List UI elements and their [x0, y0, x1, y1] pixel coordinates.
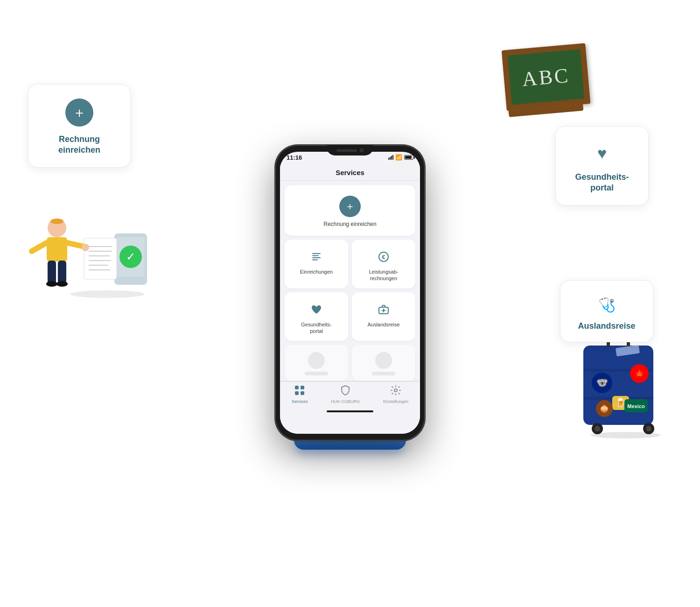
svg-rect-14: [47, 237, 67, 261]
svg-rect-56: [301, 391, 304, 395]
medkit-icon-large: 🩺: [595, 293, 618, 316]
app-header: Services: [280, 163, 420, 181]
svg-point-21: [56, 281, 68, 287]
home-bar: [327, 410, 373, 412]
svg-rect-46: [312, 257, 321, 258]
svg-rect-53: [295, 386, 299, 389]
svg-text:Mexico: Mexico: [627, 403, 645, 409]
svg-rect-45: [312, 255, 319, 256]
svg-text:€: €: [382, 254, 385, 261]
signal-icon: [388, 155, 393, 160]
auslandsreise-card[interactable]: Auslandsreise: [352, 292, 415, 341]
svg-text:🐨: 🐨: [596, 377, 608, 388]
svg-point-57: [394, 389, 397, 392]
svg-point-13: [50, 219, 63, 224]
left-card-title: Rechnung einreichen: [38, 134, 121, 156]
svg-line-15: [32, 243, 47, 251]
shield-icon: [341, 385, 350, 398]
svg-rect-18: [48, 261, 56, 284]
phone-notch: [327, 145, 373, 155]
rechnung-label: Rechnung einreichen: [323, 221, 376, 227]
svg-point-30: [595, 426, 600, 431]
status-icons: 📶: [388, 154, 413, 161]
services-row-2: Gesundheits-portal A: [285, 292, 415, 341]
nav-einstellungen-label: Einstellungen: [383, 399, 408, 404]
svg-line-16: [67, 243, 84, 247]
nav-huk[interactable]: HUK-COBURG: [331, 385, 360, 404]
gesundheitsportal-label: Gesundheits-portal: [301, 321, 331, 335]
grid-icon: [294, 385, 305, 398]
battery-icon: [404, 155, 413, 160]
chalk-abc-text: ABC: [521, 63, 571, 91]
plus-icon-large: ＋: [65, 99, 93, 127]
nav-services-label: Services: [292, 399, 308, 404]
phone-screen: 11:16 📶 Services: [280, 152, 420, 434]
status-time: 11:16: [287, 154, 302, 161]
rechnung-einreichen-card[interactable]: ＋ Rechnung einreichen: [285, 185, 415, 236]
gesundheitsportal-highlight-card: ♥ Gesundheits- portal: [555, 126, 649, 205]
svg-text:✓: ✓: [126, 250, 135, 263]
nav-services[interactable]: Services: [292, 385, 308, 404]
partial-card-2: [352, 345, 415, 381]
svg-rect-5: [84, 238, 117, 279]
heart-icon: [308, 301, 325, 318]
right-top-card-title: Gesundheits- portal: [565, 172, 639, 194]
nav-huk-label: HUK-COBURG: [331, 399, 360, 404]
phone-mockup: 11:16 📶 Services: [275, 145, 425, 450]
bottom-nav: Services HUK-COBURG: [280, 381, 420, 407]
chalkboard-frame: ABC: [502, 43, 591, 111]
services-content: ＋ Rechnung einreichen: [280, 181, 420, 381]
svg-point-17: [82, 244, 89, 251]
svg-rect-55: [295, 391, 299, 395]
gear-icon: [391, 385, 401, 398]
einreichungen-card[interactable]: Einreichungen: [285, 240, 348, 289]
phone-shell: 11:16 📶 Services: [275, 145, 425, 440]
leistungsabrechnungen-label: Leistungsab-rechnungen: [369, 268, 399, 282]
svg-point-32: [646, 426, 651, 431]
screen-title: Services: [336, 169, 364, 176]
services-row-1: Einreichungen € Leistungsab-rechnungen: [285, 240, 415, 289]
svg-rect-47: [312, 259, 318, 260]
medkit-icon: [375, 301, 392, 318]
euro-icon: €: [375, 248, 392, 266]
screen-content: Services ＋ Rechnung einreichen: [280, 163, 420, 434]
wifi-icon: 📶: [395, 154, 402, 161]
right-bottom-card-title: Auslandsreise: [578, 321, 635, 332]
leistungsabrechnungen-card[interactable]: € Leistungsab-rechnungen: [352, 240, 415, 289]
person-illustration: ✓: [23, 196, 163, 299]
svg-rect-19: [58, 261, 66, 284]
auslandsreise-highlight-card: 🩺 Auslandsreise: [560, 280, 653, 342]
gesundheitsportal-card[interactable]: Gesundheits-portal: [285, 292, 348, 341]
einreichungen-label: Einreichungen: [300, 268, 333, 275]
chalkboard-illustration: ABC: [504, 47, 597, 117]
nav-einstellungen[interactable]: Einstellungen: [383, 385, 408, 404]
svg-text:🧅: 🧅: [600, 404, 609, 413]
luggage-illustration: 🐨 🍁 🍺 🧅 Mexico: [574, 327, 677, 439]
svg-text:🍁: 🍁: [634, 368, 645, 379]
rechnung-highlight-card: ＋ Rechnung einreichen: [28, 84, 131, 168]
services-row-3-partial: [285, 345, 415, 381]
auslandsreise-label: Auslandsreise: [367, 321, 399, 328]
list-icon: [308, 248, 325, 266]
phone-stand: [294, 440, 406, 450]
svg-rect-54: [301, 386, 304, 389]
notch-camera: [360, 148, 364, 152]
home-indicator: [280, 407, 420, 414]
svg-rect-44: [312, 253, 321, 254]
plus-icon: ＋: [339, 196, 361, 217]
svg-point-20: [46, 281, 57, 287]
svg-point-0: [70, 290, 145, 298]
notch-speaker: [336, 149, 357, 151]
heart-icon-large: ♥: [589, 141, 615, 166]
partial-card-1: [285, 345, 348, 381]
